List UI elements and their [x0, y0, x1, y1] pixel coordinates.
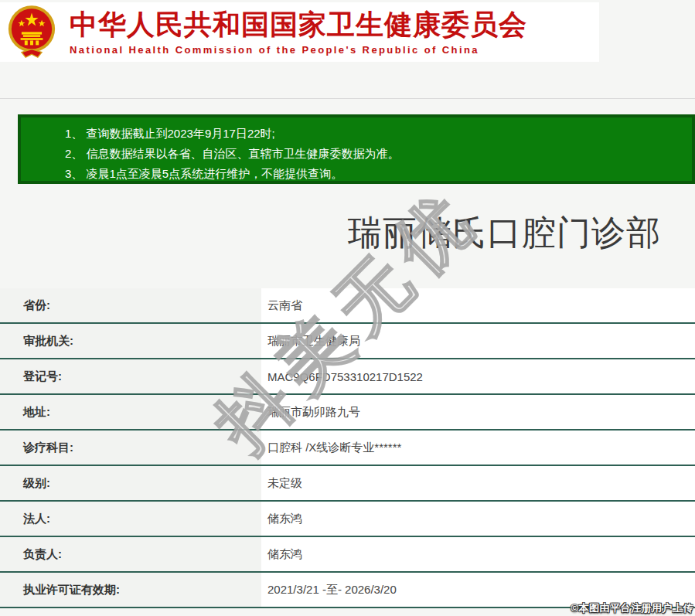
table-row-legal-person: 法人: 储东鸿 — [0, 502, 695, 537]
table-row-address: 地址: 瑞丽市勐卯路九号 — [0, 395, 695, 431]
row-label: 省份: — [0, 288, 261, 322]
row-label: 地址: — [0, 395, 261, 429]
notice-line-1: 1、 查询数据截止到2023年9月17日22时; — [65, 124, 684, 144]
uploaded-by-user-badge: ©本图由平台注册用户上传 — [571, 601, 693, 615]
table-row-approval-authority: 审批机关: 瑞丽市卫生健康局 — [0, 324, 695, 359]
header-titles: 中华人民共和国国家卫生健康委员会 National Health Commiss… — [70, 9, 527, 56]
table-row-treatment-subjects: 诊疗科目: 口腔科 /X线诊断专业****** — [0, 431, 695, 466]
institution-name-title: 瑞丽储氏口腔门诊部 — [348, 210, 661, 256]
site-title-english: National Health Commission of the People… — [70, 44, 527, 56]
row-label: 负责人: — [0, 537, 261, 571]
row-label: 审批机关: — [0, 324, 261, 358]
national-emblem-icon — [6, 5, 57, 60]
row-label: 执业许可证有效期: — [0, 573, 261, 607]
notice-line-2: 2、 信息数据结果以各省、自治区、直辖市卫生健康委数据为准。 — [65, 144, 684, 164]
row-label: 登记号: — [0, 359, 261, 393]
table-row-level: 级别: 未定级 — [0, 466, 695, 502]
query-notice-box: 1、 查询数据截止到2023年9月17日22时; 2、 信息数据结果以各省、自治… — [18, 114, 695, 184]
row-label: 法人: — [0, 502, 261, 536]
table-row-person-in-charge: 负责人: 储东鸿 — [0, 537, 695, 573]
row-value: 瑞丽市卫生健康局 — [261, 324, 695, 358]
row-value: 储东鸿 — [261, 537, 695, 571]
row-value: MAC9Q6FD753310217D1522 — [261, 359, 695, 393]
notice-line-3: 3、 凌晨1点至凌晨5点系统进行维护，不能提供查询。 — [65, 164, 684, 184]
row-value: 云南省 — [261, 288, 695, 322]
row-value: 口腔科 /X线诊断专业****** — [261, 431, 695, 465]
table-row-registration-number: 登记号: MAC9Q6FD753310217D1522 — [0, 359, 695, 395]
row-value: 瑞丽市勐卯路九号 — [261, 395, 695, 429]
table-row-province: 省份: 云南省 — [0, 288, 695, 324]
institution-details-table: 省份: 云南省 审批机关: 瑞丽市卫生健康局 登记号: MAC9Q6FD7533… — [0, 288, 695, 608]
site-header: 中华人民共和国国家卫生健康委员会 National Health Commiss… — [0, 2, 599, 62]
row-value: 储东鸿 — [261, 502, 695, 536]
row-label: 级别: — [0, 466, 261, 500]
row-value: 未定级 — [261, 466, 695, 500]
site-title-chinese: 中华人民共和国国家卫生健康委员会 — [70, 9, 527, 40]
header-divider — [0, 98, 695, 99]
row-label: 诊疗科目: — [0, 431, 261, 465]
